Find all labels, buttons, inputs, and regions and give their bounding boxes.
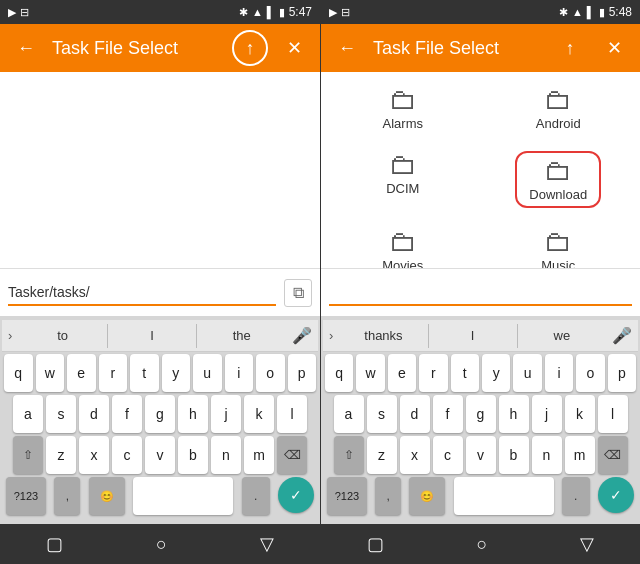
key-z[interactable]: z [46, 436, 76, 474]
mic-icon-right[interactable]: 🎤 [606, 326, 638, 345]
key-o[interactable]: o [256, 354, 285, 392]
key-done-left[interactable]: ✓ [278, 477, 314, 513]
key-i-r[interactable]: i [545, 354, 573, 392]
folder-name-alarms: Alarms [383, 116, 423, 131]
key-l-r[interactable]: l [598, 395, 628, 433]
upload-button-left[interactable]: ↑ [232, 30, 268, 66]
suggestion-i[interactable]: I [108, 320, 197, 351]
key-b-r[interactable]: b [499, 436, 529, 474]
key-u[interactable]: u [193, 354, 222, 392]
key-t-r[interactable]: t [451, 354, 479, 392]
nav-square-icon-left[interactable]: ▢ [38, 525, 71, 563]
key-c[interactable]: c [112, 436, 142, 474]
key-f[interactable]: f [112, 395, 142, 433]
key-period-right[interactable]: . [562, 477, 590, 515]
back-button-right[interactable]: ← [329, 30, 365, 66]
key-done-right[interactable]: ✓ [598, 477, 634, 513]
key-m-r[interactable]: m [565, 436, 595, 474]
key-p-r[interactable]: p [608, 354, 636, 392]
folder-download[interactable]: 🗀 Download [485, 145, 633, 214]
paste-button-left[interactable]: ⧉ [284, 279, 312, 307]
key-num-left[interactable]: ?123 [6, 477, 46, 515]
key-u-r[interactable]: u [513, 354, 541, 392]
key-d[interactable]: d [79, 395, 109, 433]
back-button-left[interactable]: ← [8, 30, 44, 66]
nav-circle-icon-right[interactable]: ○ [469, 526, 496, 563]
key-num-right[interactable]: ?123 [327, 477, 367, 515]
path-input-right[interactable] [329, 280, 632, 306]
key-o-r[interactable]: o [576, 354, 604, 392]
key-z-r[interactable]: z [367, 436, 397, 474]
key-j[interactable]: j [211, 395, 241, 433]
key-d-r[interactable]: d [400, 395, 430, 433]
key-h-r[interactable]: h [499, 395, 529, 433]
key-x[interactable]: x [79, 436, 109, 474]
suggestion-we[interactable]: we [518, 320, 606, 351]
key-j-r[interactable]: j [532, 395, 562, 433]
suggestion-i-right[interactable]: I [429, 320, 517, 351]
close-button-right[interactable]: ✕ [596, 30, 632, 66]
key-m[interactable]: m [244, 436, 274, 474]
mic-icon-left[interactable]: 🎤 [286, 326, 318, 345]
key-backspace[interactable]: ⌫ [277, 436, 307, 474]
key-e-r[interactable]: e [388, 354, 416, 392]
folder-movies[interactable]: 🗀 Movies [329, 222, 477, 268]
key-emoji-left[interactable]: 😊 [89, 477, 125, 515]
key-v-r[interactable]: v [466, 436, 496, 474]
key-x-r[interactable]: x [400, 436, 430, 474]
nav-triangle-icon-left[interactable]: ▽ [252, 525, 282, 563]
key-shift-r[interactable]: ⇧ [334, 436, 364, 474]
key-g-r[interactable]: g [466, 395, 496, 433]
key-g[interactable]: g [145, 395, 175, 433]
key-v[interactable]: v [145, 436, 175, 474]
key-r[interactable]: r [99, 354, 128, 392]
key-comma-right[interactable]: , [375, 477, 401, 515]
folder-alarms[interactable]: 🗀 Alarms [329, 80, 477, 137]
key-a-r[interactable]: a [334, 395, 364, 433]
key-y-r[interactable]: y [482, 354, 510, 392]
folder-dcim[interactable]: 🗀 DCIM [329, 145, 477, 214]
key-p[interactable]: p [288, 354, 317, 392]
key-k-r[interactable]: k [565, 395, 595, 433]
key-s-r[interactable]: s [367, 395, 397, 433]
key-c-r[interactable]: c [433, 436, 463, 474]
upload-button-right[interactable]: ↑ [552, 30, 588, 66]
download-highlight-ring: 🗀 Download [515, 151, 601, 208]
key-l[interactable]: l [277, 395, 307, 433]
key-b[interactable]: b [178, 436, 208, 474]
key-n[interactable]: n [211, 436, 241, 474]
key-w[interactable]: w [36, 354, 65, 392]
close-button-left[interactable]: ✕ [276, 30, 312, 66]
suggestion-to[interactable]: to [18, 320, 107, 351]
key-q-r[interactable]: q [325, 354, 353, 392]
key-space-left[interactable] [133, 477, 233, 515]
key-t[interactable]: t [130, 354, 159, 392]
key-q[interactable]: q [4, 354, 33, 392]
key-space-right[interactable] [454, 477, 554, 515]
key-emoji-right[interactable]: 😊 [409, 477, 445, 515]
key-i[interactable]: i [225, 354, 254, 392]
key-r-r[interactable]: r [419, 354, 447, 392]
key-w-r[interactable]: w [356, 354, 384, 392]
key-f-r[interactable]: f [433, 395, 463, 433]
key-a[interactable]: a [13, 395, 43, 433]
key-n-r[interactable]: n [532, 436, 562, 474]
key-e[interactable]: e [67, 354, 96, 392]
key-h[interactable]: h [178, 395, 208, 433]
suggestion-thanks[interactable]: thanks [339, 320, 427, 351]
key-y[interactable]: y [162, 354, 191, 392]
folder-android[interactable]: 🗀 Android [485, 80, 633, 137]
key-shift[interactable]: ⇧ [13, 436, 43, 474]
nav-triangle-icon-right[interactable]: ▽ [572, 525, 602, 563]
key-backspace-r[interactable]: ⌫ [598, 436, 628, 474]
key-k[interactable]: k [244, 395, 274, 433]
nav-square-icon-right[interactable]: ▢ [359, 525, 392, 563]
nav-circle-icon-left[interactable]: ○ [148, 526, 175, 563]
key-s[interactable]: s [46, 395, 76, 433]
key-period-left[interactable]: . [242, 477, 270, 515]
suggestion-the[interactable]: the [197, 320, 286, 351]
path-input-left[interactable] [8, 280, 276, 306]
close-icon-left: ✕ [287, 37, 302, 59]
folder-music[interactable]: 🗀 Music [485, 222, 633, 268]
key-comma-left[interactable]: , [54, 477, 80, 515]
